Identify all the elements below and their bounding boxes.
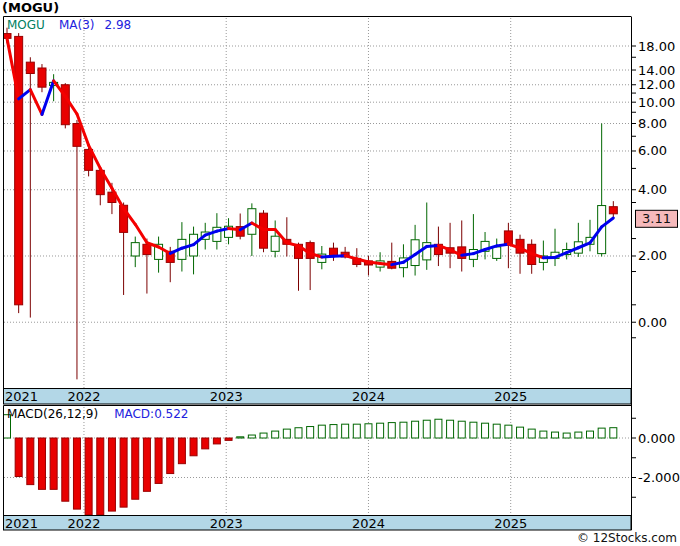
macd-bar-negative xyxy=(38,438,45,489)
macd-bar-positive xyxy=(610,428,617,438)
macd-panel xyxy=(4,415,617,515)
macd-bar-positive xyxy=(598,428,605,438)
year-label: 2023 xyxy=(210,389,243,404)
macd-bar-positive xyxy=(517,427,524,438)
macd-bar-positive xyxy=(423,420,430,438)
macd-bar-positive xyxy=(587,431,594,438)
candle-body xyxy=(609,207,617,214)
macd-bar-negative xyxy=(73,438,80,509)
year-label: 2021 xyxy=(5,389,38,404)
macd-bar-positive xyxy=(435,419,442,438)
year-label: 2024 xyxy=(352,516,385,531)
ma-line-segment xyxy=(287,243,299,246)
macd-bar-positive xyxy=(248,435,255,438)
y-tick-label: 0.00 xyxy=(638,315,667,330)
candle-body xyxy=(131,243,139,256)
candle-body xyxy=(38,68,46,87)
macd-bar-negative xyxy=(97,438,104,515)
macd-bar-negative xyxy=(178,438,185,464)
year-label: 2021 xyxy=(5,516,38,531)
macd-bar-positive xyxy=(482,423,489,438)
year-label: 2023 xyxy=(210,516,243,531)
macd-bar-positive xyxy=(388,423,395,438)
copyright-link[interactable]: © 12Stocks.com xyxy=(577,531,677,545)
macd-bar-negative xyxy=(108,438,115,511)
ma-line-segment xyxy=(380,263,392,264)
y-tick-label: 2.00 xyxy=(638,248,667,263)
ma-line-segment xyxy=(229,228,241,229)
macd-bar-positive xyxy=(365,424,372,438)
macd-bar-positive xyxy=(447,420,454,438)
year-label: 2025 xyxy=(494,389,527,404)
candle-body xyxy=(248,209,256,235)
y-tick-label: 10.00 xyxy=(638,95,675,110)
ma-line-segment xyxy=(462,254,474,256)
candle-body xyxy=(26,62,34,73)
macd-bar-positive xyxy=(353,424,360,438)
candle-body xyxy=(143,244,151,254)
macd-bar-positive xyxy=(412,421,419,438)
y-tick-label: 6.00 xyxy=(638,143,667,158)
macd-bar-positive xyxy=(400,422,407,438)
y-tick-label: -2.000 xyxy=(638,470,680,485)
macd-bar-positive xyxy=(528,429,535,438)
macd-bar-positive xyxy=(283,429,290,438)
candle-body xyxy=(73,124,81,147)
price-chart-svg: 18.0014.0012.0010.008.006.004.002.000.00… xyxy=(0,0,680,546)
macd-bar-negative xyxy=(50,438,57,489)
y-tick-label: 12.00 xyxy=(638,77,675,92)
ma-line-segment xyxy=(135,224,147,242)
macd-bar-negative xyxy=(15,438,22,477)
year-label: 2022 xyxy=(67,389,100,404)
macd-bar-positive xyxy=(552,432,559,438)
macd-bar-negative xyxy=(190,438,197,456)
macd-bar-positive xyxy=(470,422,477,438)
y-tick-label: 18.00 xyxy=(638,39,675,54)
ma-line-segment xyxy=(427,245,439,246)
ma-line-segment xyxy=(322,256,334,257)
macd-bar-negative xyxy=(155,438,162,483)
macd-bar-positive xyxy=(4,415,11,438)
macd-bar-positive xyxy=(237,437,244,438)
macd-bar-negative xyxy=(85,438,92,515)
macd-bar-positive xyxy=(307,427,314,438)
y-tick-label: 4.00 xyxy=(638,182,667,197)
macd-bar-positive xyxy=(505,425,512,438)
macd-bar-negative xyxy=(62,438,69,501)
candle-body xyxy=(271,236,279,251)
price-panel xyxy=(3,28,617,380)
macd-bar-positive xyxy=(458,421,465,438)
year-label: 2025 xyxy=(494,516,527,531)
y-tick-label: 14.00 xyxy=(638,63,675,78)
year-label: 2024 xyxy=(352,389,385,404)
macd-bar-negative xyxy=(143,438,150,491)
macd-bar-negative xyxy=(225,438,232,440)
stock-chart-page: 18.0014.0012.0010.008.006.004.002.000.00… xyxy=(0,0,680,546)
macd-bar-positive xyxy=(260,433,267,438)
macd-bar-positive xyxy=(318,425,325,438)
macd-bar-negative xyxy=(27,438,34,485)
macd-bar-negative xyxy=(167,438,174,474)
macd-bar-positive xyxy=(330,425,337,438)
candle-body xyxy=(504,231,512,244)
candle-body xyxy=(493,247,501,259)
macd-bar-positive xyxy=(540,431,547,438)
year-label: 2022 xyxy=(67,516,100,531)
macd-bar-positive xyxy=(342,424,349,438)
macd-bar-positive xyxy=(295,428,302,438)
ma-line-segment xyxy=(497,244,509,246)
price-flag-label: 3.11 xyxy=(642,211,671,226)
macd-bar-positive xyxy=(272,431,279,438)
macd-bar-negative xyxy=(213,438,220,444)
macd-bar-positive xyxy=(377,423,384,438)
y-tick-label: 0.000 xyxy=(638,431,675,446)
y-tick-label: 8.00 xyxy=(638,116,667,131)
macd-bar-positive xyxy=(493,424,500,438)
macd-bar-negative xyxy=(202,438,209,449)
ma-line-segment xyxy=(368,262,380,263)
macd-bar-positive xyxy=(575,432,582,438)
macd-bar-positive xyxy=(563,433,570,438)
macd-bar-negative xyxy=(132,438,139,499)
macd-bar-negative xyxy=(120,438,127,507)
